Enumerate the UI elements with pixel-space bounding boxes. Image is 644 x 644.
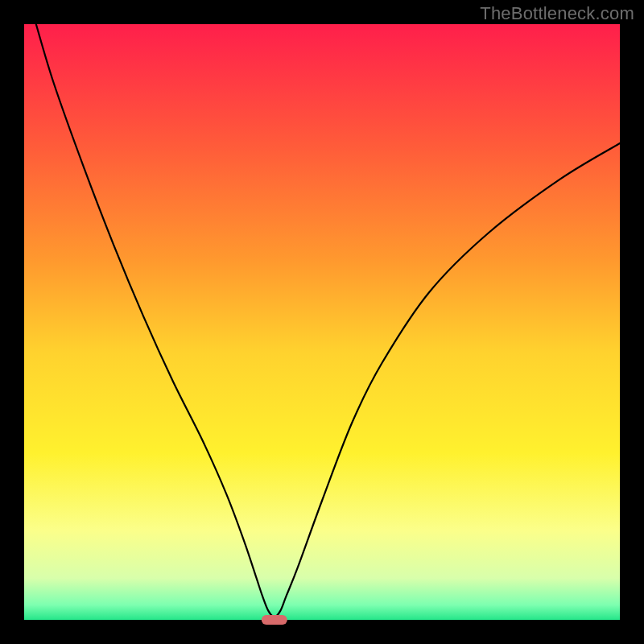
chart-frame: TheBottleneck.com bbox=[0, 0, 644, 644]
bottleneck-chart bbox=[0, 0, 644, 644]
plot-area bbox=[24, 24, 620, 620]
watermark-text: TheBottleneck.com bbox=[480, 3, 634, 24]
optimal-marker bbox=[262, 615, 287, 625]
